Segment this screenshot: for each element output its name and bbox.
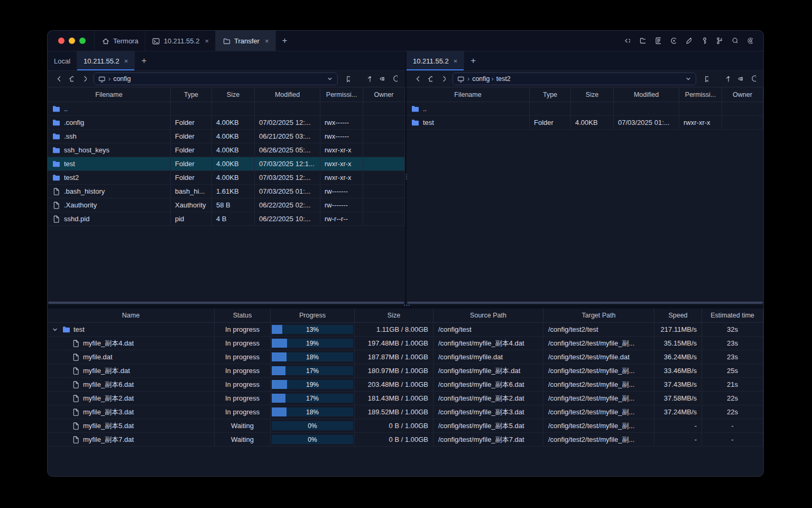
show-hidden-eye-icon[interactable] <box>376 73 387 85</box>
file-row[interactable]: .ssh Folder 4.00KB 06/21/2025 03:... rwx… <box>48 130 405 143</box>
column-header[interactable]: Speed <box>654 309 702 322</box>
column-header[interactable]: Estimated time <box>702 309 763 322</box>
file-row[interactable]: .Xauthority Xauthority 58 B 06/22/2025 0… <box>48 198 405 212</box>
window-tab[interactable]: Transfer <box>216 31 276 51</box>
file-row[interactable]: ssh_host_keys Folder 4.00KB 06/26/2025 0… <box>48 143 405 157</box>
column-header[interactable]: Source Path <box>433 309 543 322</box>
transfer-row[interactable]: myfile_副本2.dat In progress 17% 181.43MB … <box>48 392 763 405</box>
file-row[interactable]: .. <box>407 102 763 116</box>
breadcrumb-segment[interactable]: config <box>466 75 490 83</box>
column-header[interactable]: Name <box>48 309 215 322</box>
column-header[interactable]: Owner <box>722 87 763 102</box>
filename: sshd.pid <box>64 215 89 223</box>
column-header[interactable]: Size <box>212 87 255 102</box>
path-bar[interactable]: config <box>94 72 338 85</box>
path-history-chevron-icon[interactable] <box>685 75 692 83</box>
column-header[interactable]: Size <box>355 309 433 322</box>
file-row[interactable]: test2 Folder 4.00KB 07/03/2025 12:... rw… <box>48 171 405 185</box>
panel-tab[interactable]: 10.211.55.2 <box>77 51 135 70</box>
key-icon[interactable] <box>697 34 710 47</box>
forward-icon[interactable] <box>78 73 90 85</box>
home-icon[interactable] <box>424 73 436 85</box>
scrollbar-thumb[interactable] <box>48 302 404 304</box>
path-bar[interactable]: config test2 <box>453 72 696 85</box>
edit-icon[interactable] <box>682 34 695 47</box>
home-icon[interactable] <box>65 73 77 85</box>
refresh-icon[interactable] <box>389 73 401 85</box>
file-row[interactable]: test Folder 4.00KB 07/03/2025 01:... rwx… <box>407 116 763 130</box>
search-icon[interactable] <box>728 34 741 47</box>
column-header[interactable]: Status <box>215 309 271 322</box>
close-window-button[interactable] <box>58 38 64 44</box>
column-header[interactable]: Filename <box>407 87 530 102</box>
column-header[interactable]: Size <box>571 87 614 102</box>
transfer-row[interactable]: myfile_副本.dat In progress 17% 180.97MB /… <box>48 364 763 378</box>
column-header[interactable]: Filename <box>48 87 171 102</box>
back-icon[interactable] <box>411 73 422 85</box>
transfer-row[interactable]: myfile.dat In progress 18% 187.87MB / 1.… <box>48 350 763 364</box>
file-row[interactable]: .config Folder 4.00KB 07/02/2025 12:... … <box>48 116 405 130</box>
close-tab-icon[interactable] <box>124 58 128 65</box>
settings-icon[interactable] <box>743 34 756 47</box>
horizontal-scrollbar[interactable] <box>48 301 405 305</box>
new-panel-tab-button[interactable] <box>464 51 482 70</box>
expand-chevron-icon[interactable] <box>51 327 59 332</box>
file-row[interactable]: .. <box>48 102 405 116</box>
code-icon[interactable] <box>621 34 633 47</box>
horizontal-splitter[interactable] <box>48 305 763 309</box>
show-hidden-eye-icon[interactable] <box>734 73 746 85</box>
record-icon[interactable] <box>667 34 679 47</box>
form-icon[interactable] <box>651 34 664 47</box>
horizontal-scrollbar[interactable] <box>407 301 763 305</box>
back-icon[interactable] <box>52 73 63 85</box>
close-tab-icon[interactable] <box>454 58 458 65</box>
column-header[interactable]: Modified <box>614 87 679 102</box>
close-tab-icon[interactable] <box>265 38 269 44</box>
transfer-row[interactable]: myfile_副本5.dat Waiting 0% 0 B / 1.00GB /… <box>48 419 763 433</box>
bookmark-icon[interactable] <box>342 73 353 85</box>
column-header[interactable]: Owner <box>363 87 405 102</box>
breadcrumb-segment[interactable]: config <box>107 75 131 83</box>
file-modified: 07/03/2025 12:1... <box>255 157 320 170</box>
upload-icon[interactable] <box>363 73 374 85</box>
transfer-row[interactable]: test In progress 13% 1.11GB / 8.00GB /co… <box>48 323 763 337</box>
transfer-row[interactable]: myfile_副本3.dat In progress 18% 189.52MB … <box>48 405 763 419</box>
progress-bar: 17% <box>272 366 353 375</box>
panel-tab[interactable]: Local <box>48 51 77 70</box>
column-header[interactable]: Modified <box>255 87 320 102</box>
column-header[interactable]: Permissi... <box>320 87 363 102</box>
bookmark-chevron-icon[interactable] <box>355 73 361 85</box>
scrollbar-thumb[interactable] <box>407 302 763 304</box>
vertical-splitter[interactable] <box>405 51 407 305</box>
breadcrumb-segment[interactable]: test2 <box>490 75 511 83</box>
column-header[interactable]: Permissi... <box>679 87 722 102</box>
path-history-chevron-icon[interactable] <box>326 75 334 83</box>
folder-icon[interactable] <box>636 34 649 47</box>
close-tab-icon[interactable] <box>205 38 209 44</box>
refresh-icon[interactable] <box>748 73 759 85</box>
file-type-icon <box>71 353 80 361</box>
branch-icon[interactable] <box>713 34 725 47</box>
zoom-window-button[interactable] <box>79 38 86 44</box>
new-panel-tab-button[interactable] <box>135 51 153 70</box>
transfer-row[interactable]: myfile_副本6.dat In progress 19% 203.48MB … <box>48 378 763 392</box>
upload-icon[interactable] <box>721 73 733 85</box>
minimize-window-button[interactable] <box>69 38 75 44</box>
bookmark-icon[interactable] <box>700 73 712 85</box>
column-header[interactable]: Target Path <box>543 309 654 322</box>
new-window-tab-button[interactable] <box>276 31 294 51</box>
forward-icon[interactable] <box>437 73 449 85</box>
panel-tab[interactable]: 10.211.55.2 <box>407 51 464 70</box>
transfer-row[interactable]: myfile_副本4.dat In progress 19% 197.48MB … <box>48 337 763 350</box>
window-tab[interactable]: Termora <box>95 31 145 51</box>
column-header[interactable]: Type <box>171 87 212 102</box>
file-row[interactable]: .bash_history bash_hi... 1.61KB 07/03/20… <box>48 185 405 198</box>
column-header[interactable]: Progress <box>271 309 355 322</box>
bookmark-chevron-icon[interactable] <box>713 73 719 85</box>
column-header[interactable]: Type <box>530 87 571 102</box>
file-row[interactable]: test Folder 4.00KB 07/03/2025 12:1... rw… <box>48 157 405 171</box>
transfer-row[interactable]: myfile_副本7.dat Waiting 0% 0 B / 1.00GB /… <box>48 433 763 447</box>
file-row[interactable]: sshd.pid pid 4 B 06/22/2025 10:... rw-r-… <box>48 212 405 226</box>
window-tab[interactable]: 10.211.55.2 <box>145 31 216 51</box>
file-type-icon <box>411 105 419 112</box>
